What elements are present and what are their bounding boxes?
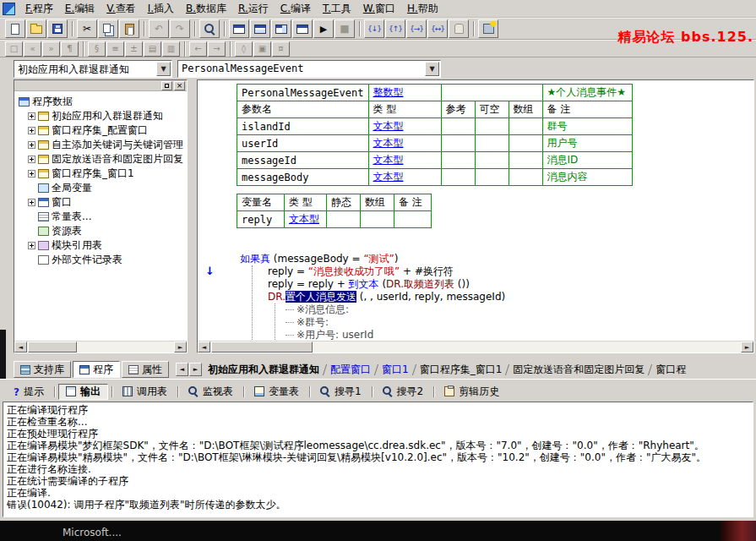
tab-program[interactable]: 程序 [73,361,120,378]
tile-horizontal-button[interactable] [250,19,270,38]
scroll-right-button[interactable]: ► [174,342,187,352]
menu-window[interactable]: W.窗口 [357,0,401,18]
type-link[interactable]: 整数型 [373,86,404,98]
expand-plus-icon[interactable] [28,127,35,134]
param-remark-cell[interactable]: 用户号 [542,135,632,152]
tab-more[interactable]: 窗口程 [650,361,691,379]
event-name-cell[interactable]: PersonalMessageEvent [237,85,369,101]
param-type-cell[interactable]: 文本型 [368,152,441,169]
insert-table-button[interactable]: ▤ [144,41,161,57]
expand-plus-icon[interactable] [28,141,35,149]
nav-forward-button[interactable]: → [208,41,226,57]
var-name-cell[interactable]: reply [237,211,285,228]
scroll-right-button[interactable]: ► [741,342,753,352]
type-link[interactable]: 文本型 [373,120,404,132]
select-tool-button[interactable]: □ [5,41,23,57]
param-type-cell[interactable]: 文本型 [368,118,441,135]
float-panel-button[interactable] [161,81,172,90]
code-line[interactable]: reply = reply + 到文本 (DR.取频道列表 ()) [268,278,750,291]
code-comment-line[interactable]: ※用户号: userId [286,329,750,342]
empty-cell[interactable] [509,152,542,169]
section-button[interactable]: § [88,41,106,57]
tab-search1[interactable]: 搜寻1 [313,384,368,400]
tree-item-module-refs[interactable]: 模块引用表 [28,238,187,253]
param-remark-cell[interactable]: 消息ID [542,152,632,169]
tab-output[interactable]: 输出 [58,384,108,400]
code-line[interactable]: 如果真 (messageBody = “测试”) [240,253,750,265]
tab-var-table[interactable]: 变量表 [247,384,306,400]
tree-item-winset-window1[interactable]: 窗口程序集_窗口1 [28,167,187,181]
tab-properties[interactable]: 属性 [122,361,169,378]
empty-cell[interactable] [475,169,509,186]
menu-edit[interactable]: E.编辑 [59,0,101,18]
event-type-cell[interactable]: 整数型 [368,85,441,101]
param-remark-cell[interactable]: 消息内容 [542,169,632,186]
empty-cell[interactable] [475,135,509,152]
expand-plus-icon[interactable] [28,170,35,178]
indent-button[interactable]: » [42,41,60,57]
breakpoint-button[interactable]: ◊ [235,41,253,57]
event-object-select[interactable]: 初始应用和入群退群通知 ▼ [14,60,172,78]
empty-cell[interactable] [475,118,509,135]
empty-cell[interactable] [509,169,542,186]
adjust-button[interactable]: ± [125,41,143,57]
tree-item-windows[interactable]: 窗口 [28,195,187,210]
copy-button[interactable] [98,19,118,38]
empty-cell[interactable] [361,211,394,228]
menu-insert[interactable]: I.插入 [142,0,180,18]
undo-button[interactable]: ↶ [149,19,169,38]
menu-run[interactable]: R.运行 [232,0,275,18]
event-remark-cell[interactable]: ★个人消息事件★ [542,85,632,101]
tree-item-fixed-reply[interactable]: 固定放送语音和固定图片回复 [28,152,187,167]
tab-window1[interactable]: 窗口1 [377,361,414,379]
paste-button[interactable] [119,19,139,38]
empty-cell[interactable] [509,118,542,135]
menu-program[interactable]: F.程序 [19,0,59,18]
menu-help[interactable]: H.帮助 [401,0,444,18]
empty-cell[interactable] [441,135,475,152]
empty-cell[interactable] [509,135,542,152]
new-button[interactable] [5,19,25,38]
tile-vertical-button[interactable] [271,19,291,38]
tree-root[interactable]: 程序数据 [19,95,187,109]
step-out-button[interactable]: {→} [406,19,427,38]
tab-watch-table[interactable]: 监视表 [182,384,240,400]
empty-cell[interactable] [441,118,475,135]
var-type-cell[interactable]: 文本型 [285,211,327,228]
event-name-select[interactable]: PersonalMessageEvent ▼ [177,60,441,78]
empty-cell[interactable] [441,169,475,186]
redo-button[interactable]: ↷ [170,19,190,38]
find-button[interactable] [199,19,220,38]
open-button[interactable] [26,19,46,38]
code-horizontal-scrollbar[interactable]: ◄ ► [198,341,753,352]
code-comment-line[interactable]: ※消息信息: [286,303,750,316]
tab-hint[interactable]: ?提示 [7,384,51,400]
param-name-cell[interactable]: userId [237,135,369,152]
type-link[interactable]: 文本型 [373,154,404,166]
tree-horizontal-scrollbar[interactable]: ◄ ► [14,341,187,352]
param-name-cell[interactable]: islandId [237,118,369,135]
code-editor[interactable]: 如果真 (messageBody = “测试”) reply = “消息接收成功… [240,253,750,342]
cut-button[interactable]: ✂ [77,19,97,38]
misc-tool-button[interactable]: ¤ [272,41,290,57]
cascade-windows-button[interactable] [229,19,249,38]
empty-cell[interactable] [327,211,361,228]
code-line[interactable]: reply = “消息接收成功了哦” + #换行符 [268,265,750,278]
step-over-button[interactable]: {↑} [385,19,405,38]
delete-table-button[interactable]: ▥ [162,41,180,57]
show-format-button[interactable]: ¶ [61,41,79,57]
tab-call-table[interactable]: 调用表 [116,384,174,400]
tab-init-event[interactable]: 初始应用和入群退群通知 [203,361,324,379]
expand-plus-icon[interactable] [28,199,35,206]
taskbar-window-title[interactable]: Microsoft.... [63,527,122,538]
arrange-windows-button[interactable] [292,19,313,38]
nav-back-button[interactable]: ← [189,41,207,57]
type-link[interactable]: 文本型 [373,171,404,183]
tree-item-const-table[interactable]: 常量表... [28,210,187,224]
type-link[interactable]: 文本型 [289,213,319,225]
param-name-cell[interactable]: messageId [237,152,369,169]
tab-winset-window1[interactable]: 窗口程序集_窗口1 [415,361,508,379]
tab-scroll-left-button[interactable]: ◄ [176,363,188,376]
type-link[interactable]: 文本型 [373,137,404,149]
run-to-cursor-button[interactable]: {↔} [427,19,448,38]
